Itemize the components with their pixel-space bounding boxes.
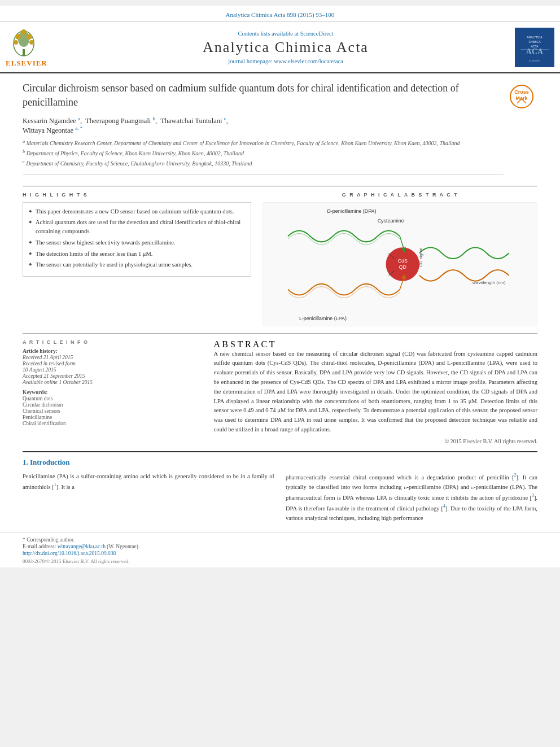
- authors: Kessarin Ngamdee a, Theerapong Puangmali…: [23, 115, 504, 134]
- elsevier-wordmark: ELSEVIER: [6, 59, 47, 68]
- article-title: Circular dichroism sensor based on cadmi…: [23, 81, 504, 110]
- corresponding-author-note: * Corresponding author.: [23, 537, 537, 543]
- affiliation-c: c Department of Chemistry, Faculty of Sc…: [23, 159, 504, 168]
- intro-right-col: pharmaceutically essential chiral compou…: [286, 471, 537, 526]
- article-history: Article history: Received 21 April 2015 …: [23, 348, 203, 385]
- svg-text:CdS: CdS: [398, 258, 408, 264]
- graphical-abstract-heading: G R A P H I C A L A B S T R A C T: [262, 192, 537, 198]
- highlight-item: Achiral quantum dots are used for the de…: [29, 218, 245, 236]
- svg-text:ELSEVIER: ELSEVIER: [529, 59, 540, 62]
- email-label: E-mail address:: [23, 544, 58, 549]
- page: Analytica Chimica Acta 898 (2015) 93–100…: [0, 6, 560, 567]
- author-1: Kessarin Ngamdee a,: [23, 117, 84, 125]
- contents-label: Contents lists available at: [238, 30, 300, 37]
- homepage-link[interactable]: www.elsevier.com/locate/aca: [274, 58, 343, 64]
- journal-right-logo: ANALYTICA CHIMICA ACTA ACA ELSEVIER: [509, 28, 554, 67]
- crossmark-icon: Cross Mark: [509, 84, 535, 110]
- introduction-columns: Penicillamine (PA) is a sulfur-containin…: [23, 471, 537, 526]
- email-suffix: (W. Ngeontae).: [106, 544, 139, 549]
- graphical-abstract-section: G R A P H I C A L A B S T R A C T D-peni…: [262, 192, 537, 326]
- svg-text:wavelength (nm): wavelength (nm): [473, 279, 506, 285]
- section-number: 1.: [23, 458, 28, 466]
- email-line: E-mail address: wittayange@kku.ac.th (W.…: [23, 544, 537, 549]
- section-divider: [23, 451, 537, 452]
- svg-point-4: [27, 34, 32, 40]
- article-info-abstract-section: A R T I C L E I N F O Article history: R…: [23, 333, 537, 444]
- highlight-item: This paper demonstrates a new CD sensor …: [29, 207, 245, 216]
- crossmark[interactable]: Cross Mark: [509, 84, 537, 112]
- elsevier-logo: ELSEVIER: [6, 27, 62, 68]
- introduction-title: 1. Introduction: [23, 458, 537, 467]
- accepted-date: Accepted 21 September 2015: [23, 373, 203, 379]
- svg-text:Mark: Mark: [515, 95, 528, 101]
- highlights-heading: H I G H L I G H T S: [23, 192, 251, 198]
- article-info: A R T I C L E I N F O Article history: R…: [23, 339, 203, 444]
- article-title-section: Circular dichroism sensor based on cadmi…: [23, 81, 537, 186]
- svg-point-5: [21, 29, 27, 35]
- highlight-item: The sensor can potentially be used in ph…: [29, 260, 245, 269]
- article-title-text: Circular dichroism sensor based on cadmi…: [23, 81, 504, 180]
- available-date: Available online 1 October 2015: [23, 379, 203, 385]
- journal-header-center: Contents lists available at ScienceDirec…: [62, 30, 509, 64]
- affiliations: a Materials Chemistry Research Center, D…: [23, 138, 504, 174]
- received-revised-date: 10 August 2015: [23, 367, 203, 373]
- highlights-list: This paper demonstrates a new CD sensor …: [29, 207, 245, 270]
- top-banner: Analytica Chimica Acta 898 (2015) 93–100: [0, 6, 560, 22]
- highlights-box: This paper demonstrates a new CD sensor …: [23, 202, 251, 277]
- svg-text:ANALYTICA: ANALYTICA: [527, 36, 542, 39]
- intro-left-text: Penicillamine (PA) is a sulfur-containin…: [23, 471, 274, 492]
- article-footer: * Corresponding author. E-mail address: …: [0, 532, 560, 567]
- highlight-item: The sensor show highest selectivity towa…: [29, 238, 245, 247]
- footer-note: * Corresponding author. E-mail address: …: [23, 537, 537, 549]
- graphical-abstract-image: D-penicillamine (DPA) Cysteamine CdS QD: [262, 202, 537, 326]
- abstract-section: A B S T R A C T A new chemical sensor ba…: [214, 339, 537, 444]
- article-info-heading: A R T I C L E I N F O: [23, 339, 203, 345]
- sciencedirect-link[interactable]: ScienceDirect: [300, 30, 334, 37]
- journal-title: Analytica Chimica Acta: [62, 39, 509, 56]
- affiliation-a: a Materials Chemistry Research Center, D…: [23, 138, 504, 147]
- graphical-abstract-svg: D-penicillamine (DPA) Cysteamine CdS QD: [263, 203, 537, 326]
- introduction-section: 1. Introduction Penicillamine (PA) is a …: [23, 458, 537, 526]
- doi-link[interactable]: http://dx.doi.org/10.1016/j.aca.2015.09.…: [23, 551, 537, 556]
- highlights-section: H I G H L I G H T S This paper demonstra…: [23, 192, 251, 326]
- svg-point-3: [15, 34, 21, 40]
- keyword-2: Circular dichroism: [23, 402, 203, 408]
- svg-text:L-penicillamine (LPA): L-penicillamine (LPA): [299, 316, 347, 321]
- homepage-label: journal homepage:: [228, 58, 274, 64]
- contents-line: Contents lists available at ScienceDirec…: [62, 30, 509, 37]
- homepage-line: journal homepage: www.elsevier.com/locat…: [62, 58, 509, 64]
- abstract-copyright: © 2015 Elsevier B.V. All rights reserved…: [214, 438, 537, 444]
- elsevier-tree-icon: [6, 27, 45, 58]
- svg-text:QD: QD: [399, 264, 406, 270]
- received-revised-label: Received in revised form: [23, 361, 203, 366]
- author-4: Wittaya Ngeontae a, *: [23, 126, 82, 134]
- author-2: Theerapong Puangmali b,: [85, 117, 159, 125]
- svg-text:Cysteamine: Cysteamine: [378, 217, 404, 223]
- affiliation-b: b Department of Physics, Faculty of Scie…: [23, 148, 504, 158]
- received-date: Received 21 April 2015: [23, 355, 203, 360]
- svg-rect-0: [23, 49, 25, 56]
- abstract-heading: A B S T R A C T: [214, 339, 537, 350]
- journal-header: ELSEVIER Contents lists available at Sci…: [0, 22, 560, 73]
- abstract-paragraph: A new chemical sensor based on the measu…: [214, 350, 537, 435]
- svg-text:CHIMICA: CHIMICA: [528, 40, 541, 43]
- intro-right-text: pharmaceutically essential chiral compou…: [286, 471, 537, 523]
- svg-text:Cross: Cross: [514, 89, 529, 95]
- keyword-5: Chiral identification: [23, 421, 203, 426]
- email-link[interactable]: wittayange@kku.ac.th: [58, 544, 106, 549]
- keywords-label: Keywords:: [23, 390, 203, 395]
- intro-left-col: Penicillamine (PA) is a sulfur-containin…: [23, 471, 274, 526]
- keyword-4: Penicillamine: [23, 414, 203, 420]
- svg-point-6: [14, 40, 18, 45]
- article-body: Circular dichroism sensor based on cadmi…: [0, 73, 560, 532]
- section-title: Introduction: [30, 458, 70, 466]
- keyword-1: Quantum dots: [23, 396, 203, 401]
- aca-logo-icon: ANALYTICA CHIMICA ACTA ACA ELSEVIER: [518, 30, 552, 64]
- journal-reference: Analytica Chimica Acta 898 (2015) 93–100: [226, 11, 335, 18]
- svg-text:CD signal: CD signal: [418, 247, 423, 267]
- keyword-3: Chemical sensors: [23, 408, 203, 414]
- history-label: Article history:: [23, 348, 203, 354]
- footer-copyright: 0003-2670/© 2015 Elsevier B.V. All right…: [23, 558, 537, 564]
- keywords-section: Keywords: Quantum dots Circular dichrois…: [23, 390, 203, 426]
- svg-text:ACA: ACA: [526, 47, 544, 56]
